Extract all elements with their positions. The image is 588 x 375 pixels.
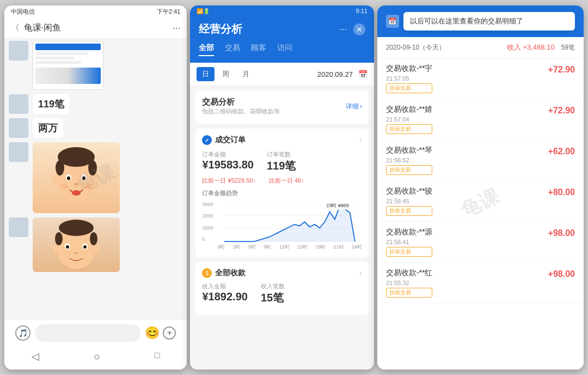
svg-point-11 xyxy=(94,174,100,183)
tx-tag: 担保交易 xyxy=(386,288,433,298)
chart-x-axis: 0时 3时 6时 9时 12时 15时 18时 21时 24时 xyxy=(217,244,362,251)
home-nav-button[interactable]: ○ xyxy=(94,350,100,363)
success-orders-card: ✓ 成交订单 › 订单金额 ¥19583.80 订单笔数 119笔 xyxy=(195,129,368,257)
transaction-item: 交易收款-**源 21:56:41 担保交易 +98.00 xyxy=(377,222,584,263)
chart-svg-area: 23时 ¥969 xyxy=(217,202,362,242)
tx-amount: +98.00 xyxy=(548,269,575,279)
message-bubble: 119笔 xyxy=(33,94,70,114)
chart-y-axis: 3000 2000 1000 0 xyxy=(202,202,217,242)
phone1-header: 〈 龟课·闲鱼 ··· xyxy=(4,18,187,39)
orders-title: 成交订单 xyxy=(215,135,246,145)
trend-chart: 3000 2000 1000 0 xyxy=(202,202,362,251)
status-time: 9:11 xyxy=(356,8,367,14)
analytics-body: 日 周 月 2020.09.27 📅 交易分析 包括二维码收款、花呗收款等 详细… xyxy=(190,63,373,370)
svg-point-8 xyxy=(74,183,78,186)
svg-marker-29 xyxy=(224,205,356,241)
phone3-transactions: 📅 以后可以在这里查看你的交易明细了 龟课 2020-09-10（今天） 收入 … xyxy=(377,5,584,370)
system-nav: ◁ ○ □ xyxy=(4,346,187,370)
wantext: 两万 xyxy=(38,123,58,134)
emoji-button[interactable]: 😊 xyxy=(145,326,160,340)
order-amount-stat: 订单金额 ¥19583.80 xyxy=(202,150,254,173)
child-photo-1 xyxy=(33,142,120,213)
tooltip-banner: 以后可以在这里查看你的交易明细了 xyxy=(403,12,575,31)
status-left: 📶🔋 xyxy=(197,8,210,14)
svg-point-7 xyxy=(82,177,85,180)
tab-visit[interactable]: 访问 xyxy=(277,43,292,56)
chat-message-image xyxy=(9,41,182,90)
calendar-icon[interactable]: 📅 xyxy=(358,70,367,78)
summary-income: 收入 +3,488.10 xyxy=(507,43,555,52)
header-icons: ··· ✕ xyxy=(340,23,365,35)
tx-tag: 担保交易 xyxy=(386,165,433,175)
tx-amount: +72.90 xyxy=(548,106,575,116)
week-button[interactable]: 周 xyxy=(217,67,235,81)
more-dots[interactable]: ··· xyxy=(340,25,347,34)
compare-amount: 比前一日 ¥5228.50↑ xyxy=(202,177,255,185)
income-title: 全部收款 xyxy=(215,268,246,278)
time-label: 下午2:41 xyxy=(157,8,180,16)
close-icon[interactable]: ✕ xyxy=(353,23,365,35)
recents-nav-button[interactable]: □ xyxy=(155,350,160,363)
tx-time: 21:56:52 xyxy=(386,157,433,164)
analysis-subtitle: 包括二维码收款、花呗收款等 xyxy=(202,107,280,116)
screenshot-thumbnail xyxy=(33,41,103,90)
transaction-item: 交易收款-**琴 21:56:52 担保交易 +62.00 xyxy=(377,140,584,181)
voice-button[interactable]: 🎵 xyxy=(15,325,30,341)
order-count-stat: 订单笔数 119笔 xyxy=(267,150,296,173)
svg-point-12 xyxy=(60,184,69,189)
message-bubble-wantext: 两万 xyxy=(33,118,63,138)
transaction-item: 交易收款-**宇 21:57:05 担保交易 +72.90 xyxy=(377,58,584,99)
phone2-header: 经营分析 ··· ✕ 全部 交易 顾客 访问 xyxy=(190,16,373,63)
tx-name: 交易收款-**源 xyxy=(386,227,433,237)
svg-point-20 xyxy=(66,245,69,249)
svg-point-9 xyxy=(72,190,81,196)
phone3-header: 📅 以后可以在这里查看你的交易明细了 xyxy=(377,5,584,37)
tab-customer[interactable]: 顾客 xyxy=(251,43,266,56)
back-nav-button[interactable]: ◁ xyxy=(32,350,39,363)
current-date: 2020.09.27 xyxy=(317,70,353,78)
date-summary-bar: 2020-09-10（今天） 收入 +3,488.10 59笔 xyxy=(377,37,584,58)
tab-all[interactable]: 全部 xyxy=(199,43,214,56)
transaction-item: 交易收款-**骏 21:56:45 担保交易 +80.00 xyxy=(377,181,584,222)
chart-tooltip: 23时 ¥969 xyxy=(324,202,351,210)
detail-link[interactable]: 详细 › xyxy=(346,102,362,111)
add-button[interactable]: + xyxy=(163,326,176,340)
chat-message-photo2 xyxy=(9,217,182,272)
tx-tag: 担保交易 xyxy=(386,206,433,216)
transaction-item: 交易收款-**婧 21:57:04 担保交易 +72.90 xyxy=(377,99,584,140)
analysis-title: 交易分析 xyxy=(202,97,280,107)
tx-time: 21:56:45 xyxy=(386,198,433,204)
svg-point-3 xyxy=(88,160,97,176)
chat-content: 龟课 119笔 xyxy=(4,39,187,319)
more-options-button[interactable]: ··· xyxy=(172,22,180,34)
orders-icon: ✓ xyxy=(202,135,212,145)
svg-point-16 xyxy=(55,232,63,245)
day-button[interactable]: 日 xyxy=(197,67,215,81)
summary-date: 2020-09-10（今天） xyxy=(386,43,445,52)
analytics-tabs: 全部 交易 顾客 访问 xyxy=(199,43,365,56)
transaction-body: 龟课 2020-09-10（今天） 收入 +3,488.10 59笔 交易收款-… xyxy=(377,37,584,370)
tx-amount: +62.00 xyxy=(548,147,575,156)
month-button[interactable]: 月 xyxy=(237,67,255,81)
transaction-list: 交易收款-**宇 21:57:05 担保交易 +72.90 交易收款-**婧 2… xyxy=(377,58,584,370)
input-toolbar: 🎵 😊 + xyxy=(4,319,187,346)
tx-amount: +98.00 xyxy=(548,228,575,238)
svg-point-15 xyxy=(59,220,94,236)
tx-name: 交易收款-**宇 xyxy=(386,64,433,74)
all-income-card: $ 全部收款 › 收入金额 ¥1892.90 收入笔数 15笔 xyxy=(195,262,368,315)
svg-point-24 xyxy=(94,245,100,253)
income-count-stat: 收入笔数 15笔 xyxy=(261,282,285,305)
trend-title: 订单金额趋势 xyxy=(202,189,362,197)
tx-name: 交易收款-**骏 xyxy=(386,186,433,196)
tx-time: 21:56:41 xyxy=(386,239,433,245)
svg-point-21 xyxy=(83,245,87,249)
transaction-analysis-card: 交易分析 包括二维码收款、花呗收款等 详细 › xyxy=(195,90,368,124)
summary-count: 59笔 xyxy=(561,43,575,52)
income-arrow: › xyxy=(359,268,362,278)
back-button[interactable]: 〈 xyxy=(11,22,20,34)
order-amount-value: ¥19583.80 xyxy=(202,159,254,171)
calendar-icon: 📅 xyxy=(386,15,399,28)
avatar xyxy=(9,217,28,237)
tx-tag: 担保交易 xyxy=(386,124,433,134)
tab-transaction[interactable]: 交易 xyxy=(225,43,240,56)
